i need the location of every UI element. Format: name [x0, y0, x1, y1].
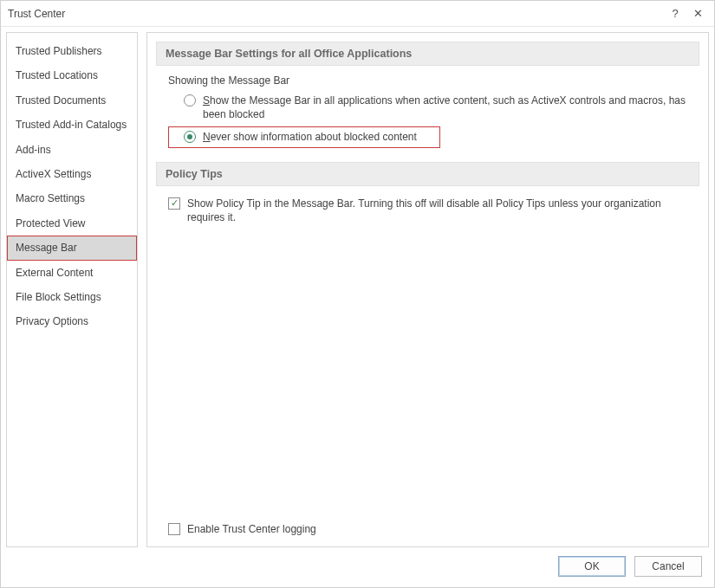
sidebar-item-activex-settings[interactable]: ActiveX Settings: [7, 163, 137, 185]
checkbox-show-policytip-label: Show Policy Tip in the Message Bar. Turn…: [187, 197, 691, 224]
dialog-footer: OK Cancel: [1, 547, 714, 587]
checkbox-icon[interactable]: [168, 197, 180, 210]
checkbox-enable-logging[interactable]: Enable Trust Center logging: [156, 522, 699, 536]
section-body-messagebar: Showing the Message Bar Show the Message…: [156, 66, 699, 162]
radio-never-show-label: Never show information about blocked con…: [203, 130, 417, 144]
sidebar-item-trusted-locations[interactable]: Trusted Locations: [7, 64, 137, 87]
radio-show-messagebar[interactable]: Show the Message Bar in all applications…: [168, 92, 691, 125]
sidebar-item-message-bar[interactable]: Message Bar: [7, 236, 137, 260]
sidebar-item-external-content[interactable]: External Content: [7, 262, 137, 284]
content-pane: Message Bar Settings for all Office Appl…: [146, 32, 709, 547]
sidebar-item-file-block-settings[interactable]: File Block Settings: [7, 286, 137, 308]
ok-button[interactable]: OK: [558, 556, 626, 577]
sidebar-item-trusted-publishers[interactable]: Trusted Publishers: [7, 40, 137, 62]
section-header-messagebar: Message Bar Settings for all Office Appl…: [156, 42, 699, 66]
titlebar: Trust Center ? ✕: [1, 1, 714, 27]
sidebar-item-addins[interactable]: Add-ins: [7, 139, 137, 161]
trust-center-window: Trust Center ? ✕ Trusted Publishers Trus…: [0, 0, 715, 588]
sidebar-item-privacy-options[interactable]: Privacy Options: [7, 310, 137, 333]
checkbox-show-policytip[interactable]: Show Policy Tip in the Message Bar. Turn…: [168, 195, 691, 228]
section-header-policytips: Policy Tips: [156, 162, 699, 186]
close-icon[interactable]: ✕: [686, 4, 709, 23]
section-body-policytips: Show Policy Tip in the Message Bar. Turn…: [156, 186, 699, 238]
sidebar-item-macro-settings[interactable]: Macro Settings: [7, 187, 137, 210]
radio-never-show-wrapper: Never show information about blocked con…: [168, 125, 691, 151]
dialog-body: Trusted Publishers Trusted Locations Tru…: [1, 27, 714, 547]
messagebar-subheading: Showing the Message Bar: [168, 74, 691, 87]
sidebar: Trusted Publishers Trusted Locations Tru…: [6, 32, 138, 547]
help-icon[interactable]: ?: [664, 4, 686, 23]
radio-icon[interactable]: [184, 94, 196, 107]
window-title: Trust Center: [8, 8, 65, 20]
radio-icon[interactable]: [184, 131, 196, 143]
radio-show-messagebar-label: Show the Message Bar in all applications…: [203, 94, 691, 121]
cancel-button[interactable]: Cancel: [634, 556, 702, 577]
checkbox-icon[interactable]: [168, 523, 180, 535]
sidebar-item-trusted-addin-catalogs[interactable]: Trusted Add-in Catalogs: [7, 113, 137, 136]
sidebar-item-protected-view[interactable]: Protected View: [7, 212, 137, 235]
sidebar-item-trusted-documents[interactable]: Trusted Documents: [7, 89, 137, 112]
radio-never-show[interactable]: Never show information about blocked con…: [168, 126, 440, 147]
checkbox-enable-logging-label: Enable Trust Center logging: [187, 522, 699, 536]
